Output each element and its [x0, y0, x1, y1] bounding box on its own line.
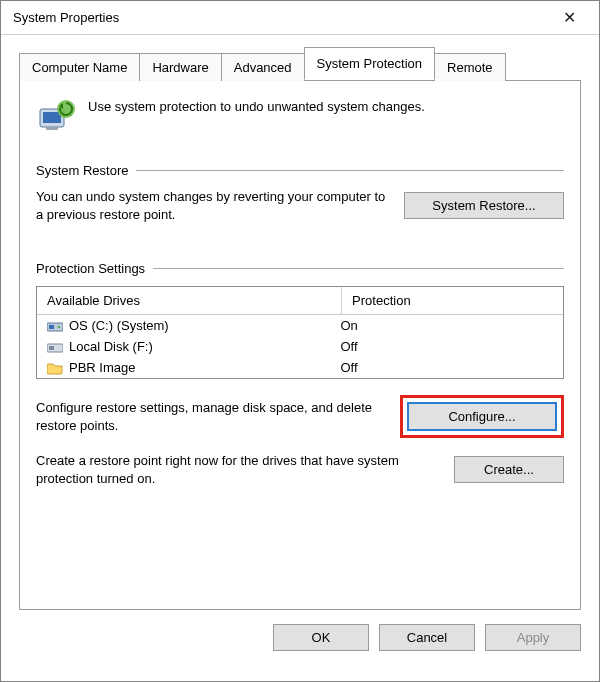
close-button[interactable]: ✕ — [549, 4, 589, 32]
hdd-os-icon — [47, 319, 63, 333]
cancel-button[interactable]: Cancel — [379, 624, 475, 651]
col-header-drives[interactable]: Available Drives — [37, 287, 342, 314]
titlebar: System Properties ✕ — [1, 1, 599, 35]
drives-table: Available Drives Protection OS (C:) (Sys… — [36, 286, 564, 379]
drive-protection-value: On — [340, 318, 553, 333]
system-restore-button[interactable]: System Restore... — [404, 192, 564, 219]
tab-strip: Computer Name Hardware Advanced System P… — [19, 49, 581, 80]
tab-hardware[interactable]: Hardware — [139, 53, 221, 81]
hdd-icon — [47, 340, 63, 354]
divider — [153, 268, 564, 269]
col-header-protection[interactable]: Protection — [342, 287, 563, 314]
table-row[interactable]: PBR Image Off — [37, 357, 563, 378]
create-description: Create a restore point right now for the… — [36, 452, 442, 487]
table-row[interactable]: OS (C:) (System) On — [37, 315, 563, 336]
svg-rect-9 — [49, 346, 54, 350]
drives-table-header: Available Drives Protection — [37, 287, 563, 315]
window-title: System Properties — [11, 10, 119, 25]
drive-name-label: OS (C:) (System) — [69, 318, 169, 333]
configure-button[interactable]: Configure... — [407, 402, 557, 431]
intro-text: Use system protection to undo unwanted s… — [88, 97, 425, 114]
tab-panel-system-protection: Use system protection to undo unwanted s… — [19, 80, 581, 610]
system-protection-icon — [36, 97, 76, 137]
tab-advanced[interactable]: Advanced — [221, 53, 305, 81]
tab-computer-name[interactable]: Computer Name — [19, 53, 140, 81]
folder-icon — [47, 361, 63, 375]
close-icon: ✕ — [563, 8, 576, 27]
configure-highlight-box: Configure... — [400, 395, 564, 438]
create-button[interactable]: Create... — [454, 456, 564, 483]
tab-remote[interactable]: Remote — [434, 53, 506, 81]
apply-button[interactable]: Apply — [485, 624, 581, 651]
table-row[interactable]: Local Disk (F:) Off — [37, 336, 563, 357]
dialog-button-row: OK Cancel Apply — [1, 610, 599, 665]
group-system-restore-label: System Restore — [36, 163, 136, 178]
svg-point-7 — [58, 325, 60, 327]
drive-protection-value: Off — [340, 360, 553, 375]
drive-name-label: Local Disk (F:) — [69, 339, 153, 354]
svg-rect-6 — [49, 325, 54, 329]
system-restore-description: You can undo system changes by reverting… — [36, 188, 392, 223]
configure-description: Configure restore settings, manage disk … — [36, 399, 388, 434]
drive-protection-value: Off — [340, 339, 553, 354]
group-protection-settings-label: Protection Settings — [36, 261, 153, 276]
divider — [136, 170, 564, 171]
svg-rect-2 — [46, 127, 58, 130]
drive-name-label: PBR Image — [69, 360, 135, 375]
tab-system-protection[interactable]: System Protection — [304, 47, 436, 80]
ok-button[interactable]: OK — [273, 624, 369, 651]
